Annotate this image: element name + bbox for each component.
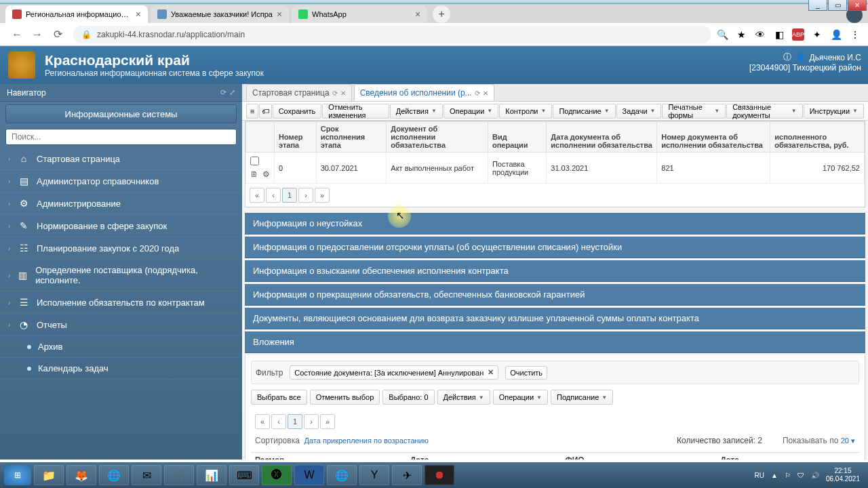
- column-header[interactable]: Номер этапа: [275, 122, 317, 152]
- attachment-toolbar-button[interactable]: Подписание▼: [551, 390, 613, 405]
- task-icon[interactable]: ⌨: [229, 465, 259, 485]
- page-1[interactable]: 1: [288, 414, 302, 429]
- task-icon[interactable]: 🦊: [66, 465, 96, 485]
- attachment-toolbar-button[interactable]: Отменить выбор: [310, 390, 380, 405]
- table-row[interactable]: 🗎 ⚙ 0 30.07.2021 Акт выполненных работ П…: [246, 152, 865, 184]
- sidebar-item[interactable]: ›⚙Администрирование: [0, 192, 242, 215]
- sidebar-item[interactable]: ›☷Планирование закупок с 2020 года: [0, 237, 242, 260]
- menu-icon[interactable]: ⋮: [849, 28, 861, 41]
- main-tab-1[interactable]: Сведения об исполнении (р... ⟳ ✕: [354, 84, 494, 101]
- tab-close-icon[interactable]: ×: [277, 9, 282, 20]
- task-icon[interactable]: W: [294, 465, 324, 485]
- page-next[interactable]: ›: [304, 414, 319, 429]
- ext-icon[interactable]: 👁: [754, 28, 766, 41]
- collapsible-panel[interactable]: Информация о неустойках: [245, 213, 865, 235]
- task-icon[interactable]: Y: [359, 465, 389, 485]
- extensions-icon[interactable]: ✦: [811, 28, 823, 41]
- forward-icon[interactable]: →: [30, 28, 45, 41]
- user-icon[interactable]: 👤: [795, 53, 806, 62]
- page-prev[interactable]: ‹: [266, 188, 281, 203]
- toolbar-button[interactable]: ≡: [246, 104, 258, 119]
- close-icon[interactable]: ✕: [483, 89, 488, 97]
- attachment-toolbar-button[interactable]: Выбрано: 0: [382, 390, 434, 405]
- tray-lang[interactable]: RU: [755, 472, 764, 479]
- search-icon[interactable]: 🔍: [716, 28, 728, 41]
- reload-icon[interactable]: ⟳: [50, 28, 65, 41]
- toolbar-button[interactable]: Печатные формы▼: [662, 104, 726, 119]
- new-tab-button[interactable]: +: [433, 5, 450, 23]
- page-first[interactable]: «: [255, 414, 270, 429]
- collapsible-panel[interactable]: Информация о предоставлении отсрочки упл…: [245, 237, 865, 258]
- sidebar-item[interactable]: ›✎Нормирование в сфере закупок: [0, 215, 242, 237]
- tray-icon[interactable]: 🛡: [797, 472, 804, 479]
- url-field[interactable]: 🔒 zakupki-44.krasnodar.ru/application/ma…: [73, 26, 711, 43]
- attachment-toolbar-button[interactable]: Операции▼: [493, 390, 548, 405]
- toolbar-button[interactable]: Подписание▼: [553, 104, 615, 119]
- show-per-page[interactable]: 20 ▾: [841, 436, 855, 445]
- collapsible-panel[interactable]: Информация о взыскании обеспечения испол…: [245, 260, 865, 282]
- collapsible-panel[interactable]: Информация о прекращении обязательств, о…: [245, 284, 865, 306]
- sidebar-search-input[interactable]: [5, 129, 237, 145]
- sidebar-item[interactable]: ›▥Определение поставщика (подрядчика, ис…: [0, 260, 242, 291]
- tray-icon[interactable]: ▲: [771, 472, 778, 479]
- toolbar-button[interactable]: Контроли▼: [499, 104, 552, 119]
- attachment-toolbar-button[interactable]: Выбрать все: [251, 390, 307, 405]
- column-header[interactable]: [246, 122, 275, 152]
- task-icon[interactable]: 🌐: [327, 465, 357, 485]
- toolbar-button[interactable]: Инструкции▼: [804, 104, 864, 119]
- column-header[interactable]: Срок исполнения этапа: [316, 122, 387, 152]
- page-last[interactable]: »: [315, 188, 330, 203]
- column-header[interactable]: Номер документа об исполнении обязательс…: [657, 122, 770, 152]
- sidebar-item[interactable]: ›▤Администратор справочников: [0, 170, 242, 192]
- task-icon[interactable]: 🌐: [99, 465, 129, 485]
- tray-icon[interactable]: ⚐: [785, 472, 791, 479]
- adblock-icon[interactable]: ABP: [792, 28, 804, 41]
- collapsible-panel[interactable]: Документы, являющиеся основанием для воз…: [245, 308, 865, 329]
- task-icon[interactable]: ✈: [392, 465, 422, 485]
- refresh-icon[interactable]: ⟳: [475, 89, 480, 97]
- start-button[interactable]: ⊞: [4, 465, 31, 485]
- window-close[interactable]: ✕: [848, 0, 867, 11]
- tab-close-icon[interactable]: ×: [136, 9, 141, 20]
- tray-icon[interactable]: 🔊: [811, 472, 819, 479]
- profile-icon[interactable]: 👤: [830, 28, 842, 41]
- browser-tab-2[interactable]: WhatsApp ×: [292, 5, 427, 23]
- page-first[interactable]: «: [250, 188, 264, 203]
- info-systems-button[interactable]: Информационные системы: [5, 104, 237, 123]
- sort-link[interactable]: Дата прикрепления по возрастанию: [304, 436, 429, 445]
- refresh-icon[interactable]: ⟳: [220, 88, 226, 97]
- toolbar-button[interactable]: Действия▼: [390, 104, 443, 119]
- column-header[interactable]: Документ об исполнении обязательства: [387, 122, 488, 152]
- page-next[interactable]: ›: [298, 188, 313, 203]
- info-icon[interactable]: ⓘ: [783, 52, 791, 63]
- back-icon[interactable]: ←: [9, 28, 24, 41]
- main-tab-0[interactable]: Стартовая страница ⟳ ✕: [246, 84, 352, 101]
- column-header[interactable]: Вид операции: [488, 122, 546, 152]
- close-icon[interactable]: ✕: [340, 89, 346, 97]
- browser-tab-0[interactable]: Региональная информационна ×: [5, 5, 148, 23]
- task-icon[interactable]: ✉: [132, 465, 161, 485]
- ext-icon[interactable]: ◧: [773, 28, 785, 41]
- collapsible-panel[interactable]: Вложения: [245, 331, 865, 353]
- tab-close-icon[interactable]: ×: [415, 9, 420, 20]
- sidebar-subitem[interactable]: Календарь задач: [0, 358, 242, 380]
- collapse-icon[interactable]: ⤢: [229, 88, 235, 97]
- toolbar-button[interactable]: Отменить изменения: [322, 104, 389, 119]
- filter-chip[interactable]: Состояние документа: [За исключением] Ан…: [290, 365, 498, 380]
- toolbar-button[interactable]: 🏷: [259, 104, 271, 119]
- sidebar-item[interactable]: ›⌂Стартовая страница: [0, 148, 242, 170]
- page-1[interactable]: 1: [282, 188, 297, 203]
- task-icon[interactable]: 📁: [34, 465, 64, 485]
- task-icon[interactable]: ⏺: [425, 465, 454, 485]
- row-checkbox[interactable]: [250, 157, 259, 165]
- toolbar-button[interactable]: Задачи▼: [616, 104, 662, 119]
- task-icon[interactable]: 📊: [197, 465, 226, 485]
- window-maximize[interactable]: ▭: [828, 0, 847, 11]
- refresh-icon[interactable]: ⟳: [332, 89, 338, 97]
- attachment-toolbar-button[interactable]: Действия▼: [437, 390, 490, 405]
- browser-tab-1[interactable]: Уважаемые заказчики! Испра ×: [151, 5, 289, 23]
- chip-remove-icon[interactable]: ✕: [488, 368, 494, 377]
- column-header[interactable]: Дата документа об исполнении обязательст…: [547, 122, 657, 152]
- toolbar-button[interactable]: Операции▼: [443, 104, 498, 119]
- window-minimize[interactable]: _: [808, 0, 827, 11]
